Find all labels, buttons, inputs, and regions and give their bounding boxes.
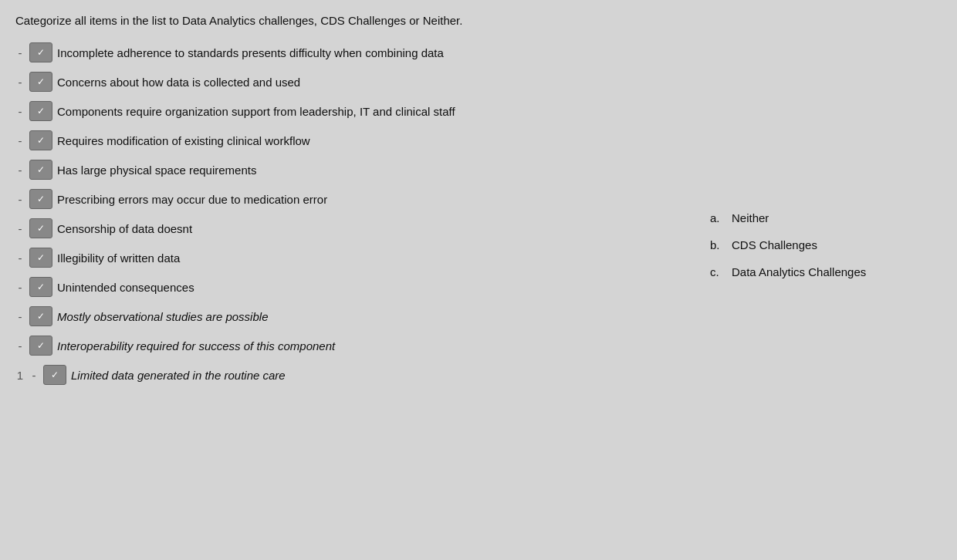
list-item: -Interoperability required for success o…	[15, 331, 695, 360]
option-text: CDS Challenges	[732, 238, 817, 251]
item-text: Requires modification of existing clinic…	[57, 134, 695, 147]
instruction-text: Categorize all items in the list to Data…	[15, 14, 942, 27]
item-text: Incomplete adherence to standards presen…	[57, 46, 695, 59]
option-row: c.Data Analytics Challenges	[710, 265, 926, 278]
dropdown-button[interactable]	[29, 277, 52, 297]
item-dash: -	[15, 222, 25, 235]
dropdown-button[interactable]	[29, 306, 52, 326]
item-dash: -	[15, 46, 25, 59]
option-text: Data Analytics Challenges	[732, 265, 866, 278]
item-dash: -	[15, 310, 25, 323]
list-item: -Has large physical space requirements	[15, 155, 695, 184]
item-dash: -	[15, 251, 25, 265]
dropdown-button[interactable]	[43, 365, 66, 385]
item-dash: -	[15, 134, 25, 147]
item-text: Prescribing errors may occur due to medi…	[57, 193, 695, 206]
option-letter: c.	[710, 265, 725, 278]
list-item: -Concerns about how data is collected an…	[15, 67, 695, 96]
dropdown-button[interactable]	[29, 189, 52, 209]
item-text: Concerns about how data is collected and…	[57, 76, 695, 89]
item-text: Has large physical space requirements	[57, 164, 695, 177]
option-row: b.CDS Challenges	[710, 238, 926, 251]
item-dash: -	[15, 339, 25, 353]
list-item: -Censorship of data doesnt	[15, 214, 695, 243]
main-container: Categorize all items in the list to Data…	[0, 0, 957, 560]
dropdown-button[interactable]	[29, 101, 52, 121]
option-letter: a.	[710, 211, 725, 224]
item-dash: -	[15, 281, 25, 294]
list-item: -Unintended consequences	[15, 272, 695, 302]
item-text: Interoperability required for success of…	[57, 339, 695, 353]
item-dash: -	[15, 164, 25, 177]
dropdown-button[interactable]	[29, 248, 52, 268]
list-item: -Incomplete adherence to standards prese…	[15, 38, 695, 67]
item-dash: -	[15, 76, 25, 89]
list-item: -Prescribing errors may occur due to med…	[15, 184, 695, 214]
item-text: Limited data generated in the routine ca…	[71, 369, 695, 382]
item-dash: -	[15, 105, 25, 118]
item-text: Censorship of data doesnt	[57, 222, 695, 235]
list-item: -Requires modification of existing clini…	[15, 126, 695, 155]
dropdown-button[interactable]	[29, 72, 52, 92]
option-row: a.Neither	[710, 211, 926, 224]
item-dash: -	[15, 193, 25, 206]
item-text: Illegibility of written data	[57, 251, 695, 265]
dropdown-button[interactable]	[29, 42, 52, 62]
item-dash: 1	[15, 369, 25, 382]
option-text: Neither	[732, 211, 769, 224]
item-text: Mostly observational studies are possibl…	[57, 310, 695, 323]
list-item: -Components require organization support…	[15, 96, 695, 126]
item-text: Components require organization support …	[57, 105, 695, 118]
dropdown-button[interactable]	[29, 218, 52, 238]
right-panel: a.Neitherb.CDS Challengesc.Data Analytic…	[695, 100, 942, 390]
list-item: -Illegibility of written data	[15, 243, 695, 272]
content-area: -Incomplete adherence to standards prese…	[15, 38, 942, 390]
items-list: -Incomplete adherence to standards prese…	[15, 38, 695, 390]
dropdown-button[interactable]	[29, 336, 52, 356]
dropdown-button[interactable]	[29, 160, 52, 180]
list-item: 1-Limited data generated in the routine …	[15, 360, 695, 390]
dropdown-button[interactable]	[29, 130, 52, 150]
list-item: -Mostly observational studies are possib…	[15, 302, 695, 331]
item-text: Unintended consequences	[57, 281, 695, 294]
item-dash-2: -	[29, 369, 39, 382]
option-letter: b.	[710, 238, 725, 251]
